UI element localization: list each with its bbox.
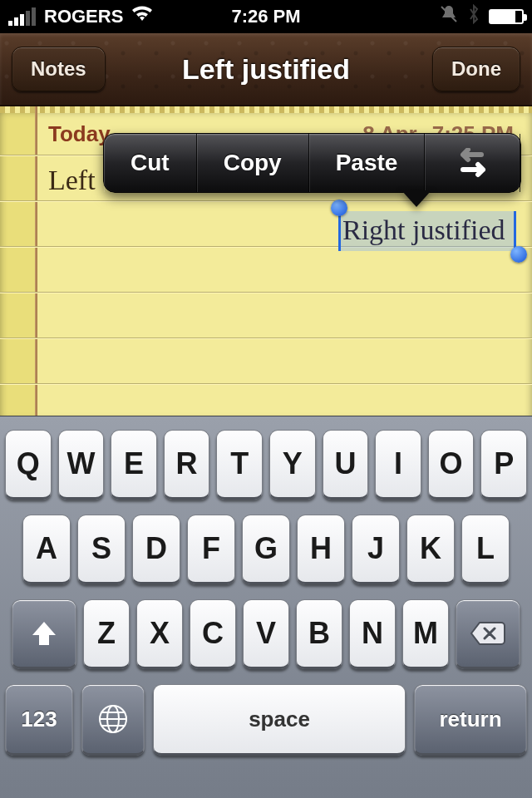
carrier-label: ROGERS	[44, 6, 123, 27]
key-j[interactable]: J	[352, 515, 400, 584]
margin-line	[35, 106, 37, 416]
done-button[interactable]: Done	[432, 47, 520, 91]
key-k[interactable]: K	[406, 515, 455, 584]
cut-button[interactable]: Cut	[104, 134, 197, 192]
key-x[interactable]: X	[136, 599, 183, 669]
key-a[interactable]: A	[22, 515, 71, 584]
note-line-1[interactable]: Left	[48, 165, 96, 196]
key-y[interactable]: Y	[269, 430, 316, 500]
key-m[interactable]: M	[402, 599, 449, 669]
selection-start-handle[interactable]	[331, 200, 347, 216]
key-z[interactable]: Z	[83, 599, 130, 669]
battery-icon	[489, 9, 524, 24]
shift-key[interactable]	[12, 599, 76, 669]
key-f[interactable]: F	[187, 515, 235, 584]
key-w[interactable]: W	[58, 430, 105, 500]
key-h[interactable]: H	[297, 515, 345, 584]
edit-menu: Cut Copy Paste	[103, 133, 521, 193]
key-c[interactable]: C	[190, 599, 236, 669]
keyboard: QWERTYUIOP ASDFGHJKL ZXCVBNM 123 space r…	[0, 416, 532, 798]
key-o[interactable]: O	[428, 430, 475, 500]
numbers-key[interactable]: 123	[5, 684, 73, 756]
delete-key[interactable]	[456, 599, 520, 669]
key-v[interactable]: V	[243, 599, 289, 669]
paste-button[interactable]: Paste	[309, 134, 426, 192]
key-i[interactable]: I	[375, 430, 421, 500]
key-l[interactable]: L	[461, 515, 510, 584]
key-r[interactable]: R	[164, 430, 210, 500]
key-d[interactable]: D	[132, 515, 180, 584]
return-key[interactable]: return	[414, 684, 527, 756]
key-t[interactable]: T	[216, 430, 263, 500]
key-b[interactable]: B	[296, 599, 342, 669]
back-notes-button[interactable]: Notes	[12, 47, 106, 91]
torn-edge	[0, 106, 532, 113]
key-e[interactable]: E	[111, 430, 157, 500]
navbar: Notes Left justified Done	[0, 33, 532, 106]
selection-end-handle[interactable]	[510, 246, 527, 263]
key-q[interactable]: Q	[5, 430, 52, 500]
meta-today: Today	[48, 121, 111, 147]
status-bar: ROGERS 7:26 PM	[0, 0, 532, 33]
space-key[interactable]: space	[153, 684, 406, 756]
key-n[interactable]: N	[349, 599, 396, 669]
note-editor[interactable]: Today 8 Apr 7:25 PM Left Right justified…	[0, 106, 532, 416]
copy-button[interactable]: Copy	[197, 134, 309, 192]
globe-key[interactable]	[81, 684, 145, 756]
key-g[interactable]: G	[242, 515, 290, 584]
popover-tail	[401, 190, 431, 207]
bluetooth-icon	[467, 4, 480, 29]
more-actions-button[interactable]	[425, 134, 520, 192]
signal-bars-icon	[8, 7, 36, 26]
key-p[interactable]: P	[480, 430, 527, 500]
silent-icon	[439, 5, 459, 28]
note-selected-text[interactable]: Right justified	[342, 214, 505, 246]
screen: ROGERS 7:26 PM Notes Left justified Done	[0, 0, 532, 798]
key-s[interactable]: S	[77, 515, 126, 584]
wifi-icon	[131, 6, 153, 27]
key-u[interactable]: U	[323, 430, 369, 500]
